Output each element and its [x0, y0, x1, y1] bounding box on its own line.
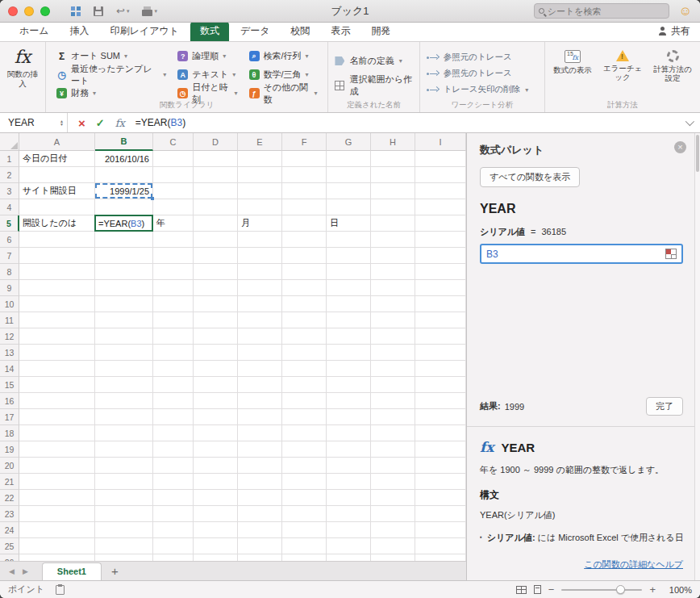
close-window-button[interactable] [8, 6, 18, 16]
cell-A22[interactable] [19, 490, 95, 506]
cell-D4[interactable] [194, 199, 238, 215]
cell-B23[interactable] [95, 506, 153, 522]
cell-A3[interactable]: サイト開設日 [19, 183, 95, 199]
cell-B8[interactable] [95, 264, 153, 280]
cell-E6[interactable] [238, 232, 282, 248]
column-header-A[interactable]: A [19, 133, 95, 151]
cell-I13[interactable] [415, 345, 466, 361]
cell-G7[interactable] [327, 248, 371, 264]
cell-C15[interactable] [153, 377, 194, 393]
cell-A6[interactable] [19, 232, 95, 248]
cell-H20[interactable] [371, 458, 415, 474]
cell-H22[interactable] [371, 490, 415, 506]
zoom-out-button[interactable]: − [548, 584, 555, 595]
cell-F19[interactable] [282, 441, 327, 458]
cell-G6[interactable] [327, 232, 371, 248]
cell-E8[interactable] [238, 264, 282, 280]
cell-B15[interactable] [95, 377, 153, 393]
cell-G13[interactable] [327, 345, 371, 361]
cell-E20[interactable] [238, 458, 282, 474]
cell-G18[interactable] [327, 425, 371, 441]
cell-F17[interactable] [282, 409, 327, 425]
cell-F22[interactable] [282, 490, 327, 506]
cell-E2[interactable] [238, 167, 282, 183]
row-header-3[interactable]: 3 [0, 183, 19, 199]
minimize-window-button[interactable] [24, 6, 34, 16]
cell-I16[interactable] [415, 393, 466, 409]
column-header-D[interactable]: D [194, 133, 238, 151]
cell-G11[interactable] [327, 312, 371, 328]
cell-I8[interactable] [415, 264, 466, 280]
row-header-5[interactable]: 5 [0, 215, 19, 232]
confirm-entry-button[interactable]: ✓ [96, 118, 105, 128]
search-box[interactable] [534, 3, 669, 19]
cell-B16[interactable] [95, 393, 153, 409]
cell-E16[interactable] [238, 393, 282, 409]
cell-A2[interactable] [19, 167, 95, 183]
cell-C11[interactable] [153, 312, 194, 328]
cell-I19[interactable] [415, 441, 466, 458]
cell-C10[interactable] [153, 296, 194, 312]
cell-F2[interactable] [282, 167, 327, 183]
cell-I5[interactable] [415, 215, 466, 232]
cell-G16[interactable] [327, 393, 371, 409]
zoom-slider-thumb[interactable] [616, 585, 625, 594]
cell-H12[interactable] [371, 328, 415, 345]
zoom-slider[interactable] [561, 589, 642, 591]
cell-A14[interactable] [19, 361, 95, 377]
cell-A4[interactable] [19, 199, 95, 215]
cell-B22[interactable] [95, 490, 153, 506]
row-header-17[interactable]: 17 [0, 409, 19, 425]
cell-C12[interactable] [153, 328, 194, 345]
panel-close-button[interactable]: × [674, 141, 686, 153]
cell-I11[interactable] [415, 312, 466, 328]
cancel-entry-button[interactable]: × [78, 117, 85, 129]
cell-D23[interactable] [194, 506, 238, 522]
cell-H11[interactable] [371, 312, 415, 328]
cell-A10[interactable] [19, 296, 95, 312]
cell-B14[interactable] [95, 361, 153, 377]
cell-H17[interactable] [371, 409, 415, 425]
cell-D10[interactable] [194, 296, 238, 312]
cell-G24[interactable] [327, 522, 371, 538]
row-header-14[interactable]: 14 [0, 361, 19, 377]
cell-E18[interactable] [238, 425, 282, 441]
cell-F7[interactable] [282, 248, 327, 264]
cell-A8[interactable] [19, 264, 95, 280]
cell-B1[interactable]: 2016/10/16 [95, 151, 153, 167]
argument-input[interactable] [486, 249, 648, 260]
cell-F16[interactable] [282, 393, 327, 409]
cell-E10[interactable] [238, 296, 282, 312]
cell-C1[interactable] [153, 151, 194, 167]
cell-F8[interactable] [282, 264, 327, 280]
normal-view-icon[interactable] [516, 586, 527, 594]
ribbon-show-formulas-button[interactable]: 15fx数式の表示 [552, 50, 594, 74]
column-header-F[interactable]: F [282, 133, 327, 151]
cell-D8[interactable] [194, 264, 238, 280]
row-header-24[interactable]: 24 [0, 522, 19, 538]
cell-D16[interactable] [194, 393, 238, 409]
row-header-11[interactable]: 11 [0, 312, 19, 328]
cell-C24[interactable] [153, 522, 194, 538]
cell-D21[interactable] [194, 474, 238, 490]
cell-F3[interactable] [282, 183, 327, 199]
cell-C26[interactable] [153, 554, 194, 561]
column-header-G[interactable]: G [327, 133, 371, 151]
argument-input-field[interactable] [480, 244, 683, 264]
cell-D17[interactable] [194, 409, 238, 425]
ribbon-define-name-button[interactable]: 名前の定義▾ [335, 55, 412, 67]
cell-C25[interactable] [153, 538, 194, 554]
cell-C2[interactable] [153, 167, 194, 183]
row-header-25[interactable]: 25 [0, 538, 19, 554]
cell-F11[interactable] [282, 312, 327, 328]
cell-G2[interactable] [327, 167, 371, 183]
cell-F24[interactable] [282, 522, 327, 538]
cell-H14[interactable] [371, 361, 415, 377]
cell-H18[interactable] [371, 425, 415, 441]
cell-F14[interactable] [282, 361, 327, 377]
cell-I1[interactable] [415, 151, 466, 167]
cell-B12[interactable] [95, 328, 153, 345]
ribbon-recently-used-button[interactable]: ◷最近使ったテンプレート▾ [52, 65, 170, 84]
share-button[interactable]: 共有 [658, 24, 690, 41]
cell-C6[interactable] [153, 232, 194, 248]
